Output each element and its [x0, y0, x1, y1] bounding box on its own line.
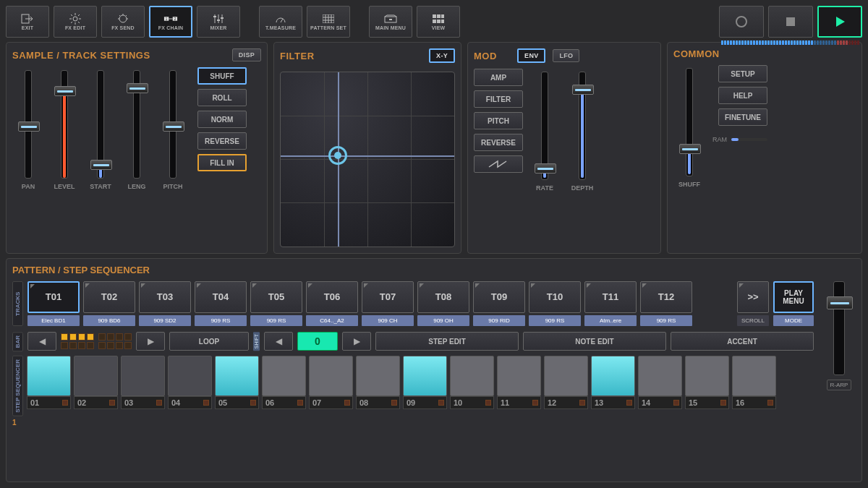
- wave-button[interactable]: [474, 155, 523, 173]
- svg-line-9: [71, 22, 72, 23]
- mod-title: MOD: [474, 51, 497, 61]
- fill-in-button[interactable]: FILL IN: [197, 154, 247, 171]
- tracks-more-button[interactable]: >>: [737, 281, 769, 313]
- roll-button[interactable]: ROLL: [197, 89, 247, 106]
- track-button-T12[interactable]: T12: [640, 281, 692, 313]
- track-name-T12: 909 RS: [640, 315, 692, 326]
- chain-icon: 12: [163, 14, 178, 24]
- t-measure-button[interactable]: T.MEASURE: [259, 6, 302, 38]
- track-button-T07[interactable]: T07: [362, 281, 414, 313]
- step-display: 0: [297, 332, 338, 351]
- step-pad-11[interactable]: [497, 356, 541, 396]
- record-button[interactable]: [719, 6, 764, 38]
- play-menu-button[interactable]: PLAY MENU: [773, 281, 814, 313]
- step-06: 06: [262, 356, 306, 416]
- mixer-button[interactable]: MIXER: [197, 6, 240, 38]
- view-button[interactable]: VIEW: [417, 6, 460, 38]
- track-button-T06[interactable]: T06: [306, 281, 358, 313]
- pattern-set-button[interactable]: PATTERN SET: [307, 6, 350, 38]
- shuff-button[interactable]: SHUFF: [197, 67, 247, 85]
- note-edit-button[interactable]: NOTE EDIT: [523, 332, 666, 351]
- step-edit-button[interactable]: STEP EDIT: [375, 332, 519, 351]
- setup-button[interactable]: SETUP: [718, 65, 767, 82]
- fx-chain-button[interactable]: 12FX CHAIN: [149, 6, 192, 38]
- xy-button[interactable]: X-Y: [429, 48, 455, 63]
- step-pad-01[interactable]: [27, 356, 71, 396]
- step-pad-04[interactable]: [168, 356, 212, 396]
- common-title: COMMON: [673, 48, 720, 59]
- track-button-T11[interactable]: T11: [584, 281, 637, 313]
- main-menu-button[interactable]: MAIN MENU: [369, 6, 412, 38]
- step-pad-12[interactable]: [544, 356, 588, 396]
- shuff-fader[interactable]: SHUFF: [673, 65, 705, 247]
- accent-button[interactable]: ACCENT: [671, 332, 814, 351]
- track-T01: T01 Elec BD1: [27, 281, 80, 326]
- step-pad-09[interactable]: [403, 356, 447, 396]
- reverse-button[interactable]: REVERSE: [197, 132, 247, 150]
- fader-start[interactable]: START: [85, 67, 116, 247]
- xy-pad[interactable]: [280, 72, 455, 247]
- step-pad-10[interactable]: [450, 356, 494, 396]
- disp-button[interactable]: DISP: [232, 48, 261, 61]
- track-button-T09[interactable]: T09: [473, 281, 525, 313]
- mod-panel: MOD ENVLFO AMP FILTER PITCH REVERSE RATE…: [467, 42, 661, 254]
- track-button-T02[interactable]: T02: [83, 281, 135, 313]
- step-next-button[interactable]: ▶: [342, 332, 371, 351]
- step-pad-13[interactable]: [591, 356, 635, 396]
- top-toolbar: EXIT FX EDIT FX SEND 12FX CHAIN MIXER T.…: [6, 6, 862, 38]
- fader-leng[interactable]: LENG: [121, 67, 153, 247]
- track-button-T03[interactable]: T03: [139, 281, 191, 313]
- step-pad-15[interactable]: [685, 356, 729, 396]
- fader-rate[interactable]: RATE: [529, 69, 561, 247]
- pitch-button[interactable]: PITCH: [474, 112, 523, 129]
- track-button-T05[interactable]: T05: [250, 281, 302, 313]
- step-07: 07: [309, 356, 353, 416]
- track-T10: T10 909 RS: [529, 281, 581, 326]
- track-name-T06: C64.._A2: [306, 315, 358, 326]
- bar-prev-button[interactable]: ◀: [27, 332, 56, 351]
- fader-pitch[interactable]: PITCH: [157, 67, 189, 247]
- stop-button[interactable]: [768, 6, 813, 38]
- step-pad-16[interactable]: [732, 356, 776, 396]
- track-T11: T11 Atm..ere: [584, 281, 637, 326]
- play-button[interactable]: [817, 6, 862, 38]
- track-button-T10[interactable]: T10: [529, 281, 581, 313]
- step-13: 13: [591, 356, 635, 416]
- fx-edit-button[interactable]: FX EDIT: [54, 6, 97, 38]
- bar-indicator-2: [98, 333, 132, 349]
- finetune-button[interactable]: FINETUNE: [718, 108, 767, 126]
- fader-pan[interactable]: PAN: [12, 67, 44, 247]
- track-button-T04[interactable]: T04: [195, 281, 247, 313]
- amp-button[interactable]: AMP: [474, 69, 523, 86]
- track-name-T04: 909 RS: [195, 315, 247, 326]
- help-button[interactable]: HELP: [718, 87, 767, 104]
- svg-rect-40: [437, 20, 441, 23]
- fader-level[interactable]: LEVEL: [48, 67, 80, 247]
- env-button[interactable]: ENV: [517, 48, 545, 63]
- step-pad-06[interactable]: [262, 356, 306, 396]
- loop-button[interactable]: LOOP: [169, 332, 249, 351]
- step-pad-07[interactable]: [309, 356, 353, 396]
- common-panel: COMMON SHUFF SETUP HELP FINETUNE RAM: [667, 42, 862, 254]
- reverse-mod-button[interactable]: REVERSE: [474, 134, 523, 151]
- step-pad-02[interactable]: [74, 356, 118, 396]
- track-button-T08[interactable]: T08: [417, 281, 469, 313]
- step-pad-14[interactable]: [638, 356, 682, 396]
- track-button-T01[interactable]: T01: [27, 281, 80, 313]
- svg-point-10: [119, 15, 127, 22]
- svg-line-6: [71, 14, 72, 16]
- step-prev-button[interactable]: ◀: [264, 332, 293, 351]
- fx-send-button[interactable]: FX SEND: [101, 6, 145, 38]
- lfo-button[interactable]: LFO: [553, 49, 579, 62]
- step-pad-03[interactable]: [121, 356, 165, 396]
- filter-mod-button[interactable]: FILTER: [474, 90, 523, 108]
- scroll-label: SCROLL: [737, 315, 769, 326]
- bar-next-button[interactable]: ▶: [136, 332, 165, 351]
- bar-label: BAR: [12, 332, 23, 351]
- step-pad-08[interactable]: [356, 356, 400, 396]
- exit-button[interactable]: EXIT: [6, 6, 49, 38]
- master-fader[interactable]: R-ARP: [822, 281, 856, 427]
- fader-depth[interactable]: DEPTH: [566, 69, 598, 247]
- norm-button[interactable]: NORM: [197, 111, 247, 128]
- step-pad-05[interactable]: [215, 356, 259, 396]
